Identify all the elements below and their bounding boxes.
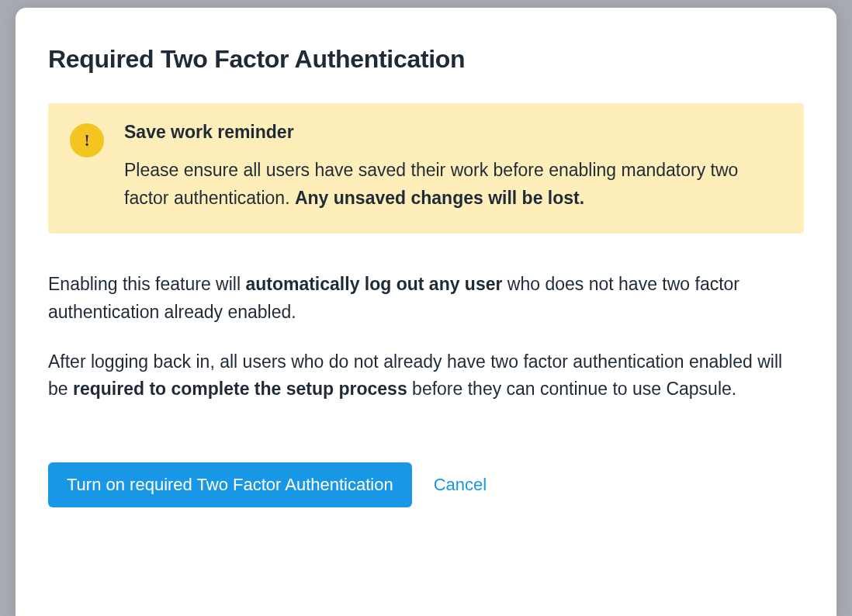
description-paragraph-1: Enabling this feature will automatically… (48, 271, 804, 326)
button-row: Turn on required Two Factor Authenticati… (48, 462, 804, 507)
alert-content: Save work reminder Please ensure all use… (124, 122, 782, 212)
para1-bold: automatically log out any user (245, 274, 502, 294)
alert-text: Please ensure all users have saved their… (124, 157, 782, 212)
save-work-alert: ! Save work reminder Please ensure all u… (48, 103, 804, 234)
para2-after: before they can continue to use Capsule. (407, 379, 737, 399)
alert-text-bold: Any unsaved changes will be lost. (295, 188, 584, 208)
para2-bold: required to complete the setup process (73, 379, 407, 399)
para1-before: Enabling this feature will (48, 274, 245, 294)
alert-title: Save work reminder (124, 122, 782, 143)
two-factor-modal: Required Two Factor Authentication ! Sav… (16, 8, 836, 616)
confirm-button[interactable]: Turn on required Two Factor Authenticati… (48, 462, 412, 507)
modal-title: Required Two Factor Authentication (48, 45, 804, 74)
cancel-button[interactable]: Cancel (434, 475, 487, 495)
warning-icon: ! (70, 123, 104, 157)
warning-icon-glyph: ! (85, 132, 90, 150)
description-paragraph-2: After logging back in, all users who do … (48, 348, 804, 403)
